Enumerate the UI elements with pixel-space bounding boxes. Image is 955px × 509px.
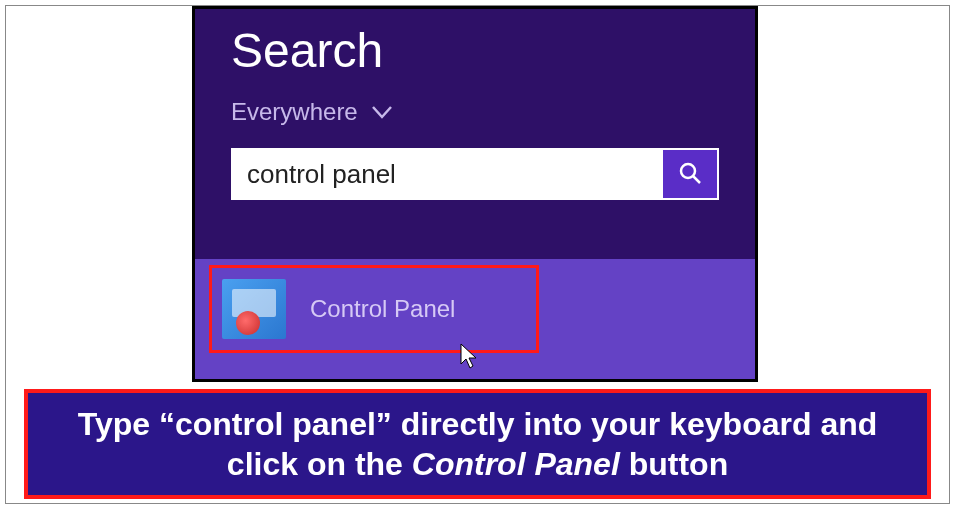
search-input[interactable] — [233, 150, 661, 198]
caption-text-pre: Type “ — [78, 406, 175, 442]
search-scope-dropdown[interactable]: Everywhere — [195, 88, 755, 126]
chevron-down-icon — [372, 98, 392, 126]
instruction-caption: Type “control panel” directly into your … — [24, 389, 931, 499]
svg-point-0 — [681, 164, 695, 178]
search-results: Control Panel — [195, 259, 755, 379]
svg-line-1 — [693, 176, 700, 183]
caption-quoted: control panel — [175, 406, 376, 442]
search-panel: Search Everywhere Control Panel — [192, 6, 758, 382]
control-panel-icon — [222, 279, 286, 339]
search-icon — [677, 160, 703, 189]
caption-text-post: button — [620, 446, 728, 482]
search-button[interactable] — [661, 150, 717, 198]
result-control-panel[interactable]: Control Panel — [209, 265, 539, 353]
result-label: Control Panel — [310, 295, 455, 323]
search-title: Search — [195, 9, 755, 88]
search-box — [231, 148, 719, 200]
caption-em: Control Panel — [412, 446, 620, 482]
scope-label: Everywhere — [231, 98, 358, 126]
